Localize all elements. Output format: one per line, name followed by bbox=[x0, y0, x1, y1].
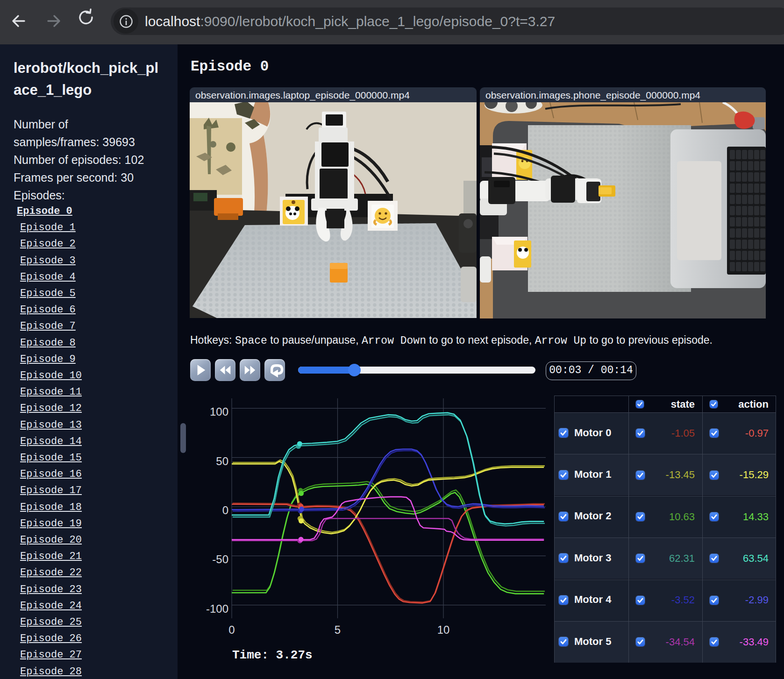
svg-text:0: 0 bbox=[228, 623, 235, 636]
svg-text:10: 10 bbox=[437, 623, 450, 636]
svg-text:-100: -100 bbox=[206, 602, 228, 615]
svg-text:100: 100 bbox=[210, 405, 228, 418]
svg-text:0: 0 bbox=[222, 504, 228, 516]
svg-text:50: 50 bbox=[216, 455, 228, 467]
svg-text:Time: 3.27s: Time: 3.27s bbox=[232, 648, 313, 662]
svg-text:5: 5 bbox=[335, 623, 341, 636]
svg-text:-50: -50 bbox=[212, 553, 228, 566]
